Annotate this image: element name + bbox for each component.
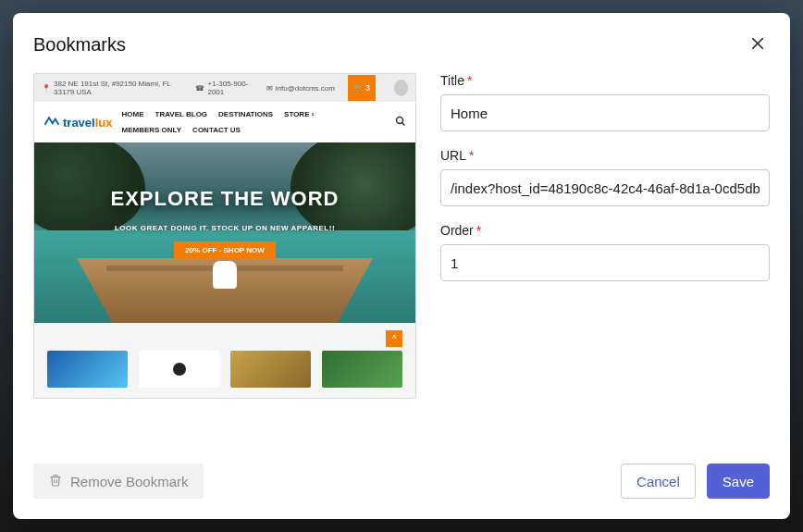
modal-header: Bookmarks <box>13 13 790 58</box>
preview-nav: travellux HOME TRAVEL BLOG DESTINATIONS … <box>34 102 415 142</box>
preview-hero-cta: 20% OFF - SHOP NOW <box>174 241 276 259</box>
title-required-mark: * <box>467 73 472 88</box>
modal-title: Bookmarks <box>33 34 126 56</box>
order-label: Order * <box>440 223 770 238</box>
trash-icon <box>48 473 63 490</box>
map-pin-icon: 📍 <box>42 84 51 93</box>
preview-cart-count: 3 <box>365 83 370 93</box>
title-input[interactable] <box>440 94 770 131</box>
preview-email: ✉ info@dotcms.com <box>266 84 335 93</box>
field-order: Order * <box>440 223 770 281</box>
preview-nav-store: STORE › <box>284 110 314 118</box>
preview-thumb-4 <box>322 351 402 388</box>
url-label: URL * <box>440 148 770 163</box>
remove-bookmark-button[interactable]: Remove Bookmark <box>33 464 204 499</box>
cancel-label: Cancel <box>636 474 680 489</box>
order-input[interactable] <box>440 244 770 281</box>
field-title: Title * <box>440 73 770 131</box>
svg-line-3 <box>402 123 405 126</box>
preview-logo-text1: travel <box>63 116 95 130</box>
form-column: Title * URL * Order * <box>440 73 770 464</box>
preview-nav-links: HOME TRAVEL BLOG DESTINATIONS STORE › ME… <box>122 110 335 134</box>
save-label: Save <box>723 474 754 489</box>
close-icon <box>749 35 766 55</box>
preview-thumb-2 <box>139 351 219 388</box>
preview-hero: EXPLORE THE WORD LOOK GREAT DOING IT. ST… <box>34 142 415 323</box>
preview-phone: ☎ +1-305-900-2001 <box>195 80 253 96</box>
page-preview: 📍 382 NE 191st St, #92150 Miami, FL 3317… <box>33 73 416 399</box>
preview-thumb-3 <box>230 351 311 388</box>
search-icon <box>395 116 406 129</box>
scroll-top-icon: ^ <box>386 330 402 347</box>
order-label-text: Order <box>440 223 474 238</box>
logo-mark-icon <box>43 115 60 130</box>
preview-logo-text2: lux <box>95 116 113 130</box>
preview-hero-heading: EXPLORE THE WORD <box>34 187 415 211</box>
modal-footer: Remove Bookmark Cancel Save <box>13 464 790 519</box>
modal-body: 📍 382 NE 191st St, #92150 Miami, FL 3317… <box>13 58 790 464</box>
preview-address: 📍 382 NE 191st St, #92150 Miami, FL 3317… <box>42 80 182 96</box>
field-url: URL * <box>440 148 770 206</box>
url-required-mark: * <box>469 148 474 163</box>
mail-icon: ✉ <box>266 84 273 93</box>
close-button[interactable] <box>746 31 770 58</box>
title-label: Title * <box>440 73 770 88</box>
preview-avatar <box>394 80 408 96</box>
cart-icon: 🛒 <box>353 83 364 93</box>
preview-phone-text: +1-305-900-2001 <box>207 80 253 96</box>
preview-cart: 🛒 3 <box>348 75 376 101</box>
preview-thumb-1 <box>47 351 128 388</box>
preview-hero-text: EXPLORE THE WORD LOOK GREAT DOING IT. ST… <box>34 187 415 259</box>
preview-nav-contact: CONTACT US <box>192 126 241 134</box>
phone-icon: ☎ <box>195 84 204 93</box>
remove-bookmark-label: Remove Bookmark <box>70 474 189 489</box>
bookmarks-modal: Bookmarks 📍 382 NE 191st St, #92150 Miam… <box>13 13 790 519</box>
preview-address-text: 382 NE 191st St, #92150 Miami, FL 33179 … <box>54 80 182 96</box>
preview-thumbs: ^ <box>34 323 415 399</box>
preview-column: 📍 382 NE 191st St, #92150 Miami, FL 3317… <box>33 73 416 464</box>
preview-topbar: 📍 382 NE 191st St, #92150 Miami, FL 3317… <box>34 74 415 102</box>
title-label-text: Title <box>440 73 464 88</box>
preview-logo: travellux <box>43 115 113 130</box>
preview-hero-sub: LOOK GREAT DOING IT. STOCK UP ON NEW APP… <box>34 224 415 232</box>
url-label-text: URL <box>440 148 466 163</box>
url-input[interactable] <box>440 169 770 206</box>
order-required-mark: * <box>476 223 481 238</box>
svg-point-2 <box>397 118 403 124</box>
cancel-button[interactable]: Cancel <box>621 464 696 499</box>
save-button[interactable]: Save <box>707 464 770 499</box>
preview-email-text: info@dotcms.com <box>276 84 335 93</box>
preview-nav-dest: DESTINATIONS <box>218 110 273 118</box>
preview-nav-home: HOME <box>122 110 144 118</box>
preview-nav-members: MEMBERS ONLY <box>122 126 182 134</box>
preview-nav-blog: TRAVEL BLOG <box>155 110 208 118</box>
footer-actions: Cancel Save <box>621 464 770 499</box>
